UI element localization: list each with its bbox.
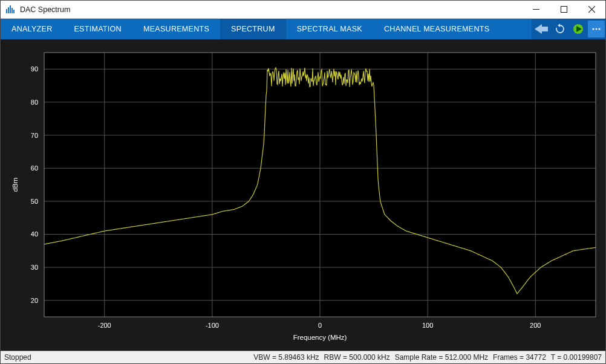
- svg-text:90: 90: [31, 65, 38, 73]
- svg-rect-6: [561, 7, 567, 13]
- status-frames: Frames = 34772: [493, 353, 546, 362]
- svg-marker-10: [558, 24, 560, 27]
- svg-text:-200: -200: [98, 322, 111, 329]
- svg-text:-100: -100: [206, 322, 219, 329]
- svg-text:30: 30: [31, 264, 38, 271]
- status-state: Stopped: [4, 353, 31, 362]
- svg-rect-3: [11, 8, 13, 13]
- svg-rect-0: [6, 9, 7, 13]
- tab-channel-measurements[interactable]: CHANNEL MEASUREMENTS: [373, 19, 500, 39]
- maximize-button[interactable]: [550, 1, 578, 18]
- close-button[interactable]: [578, 1, 605, 18]
- svg-rect-2: [10, 5, 11, 13]
- tab-measurements[interactable]: MEASUREMENTS: [132, 19, 220, 39]
- svg-text:40: 40: [31, 231, 38, 238]
- svg-text:20: 20: [31, 297, 38, 304]
- window-title: DAC Spectrum: [20, 5, 522, 14]
- plot-area[interactable]: -200-10001002002030405060708090Frequency…: [1, 39, 605, 351]
- svg-text:60: 60: [31, 164, 38, 172]
- titlebar: DAC Spectrum: [1, 1, 605, 19]
- back-button[interactable]: [532, 24, 551, 34]
- svg-point-15: [599, 28, 601, 30]
- svg-rect-1: [8, 7, 9, 13]
- svg-text:50: 50: [31, 198, 38, 205]
- more-button[interactable]: [588, 21, 605, 37]
- tab-estimation[interactable]: ESTIMATION: [63, 19, 132, 39]
- svg-text:70: 70: [31, 132, 38, 139]
- status-vbw: VBW = 5.89463 kHz: [253, 353, 319, 362]
- svg-text:200: 200: [530, 322, 541, 329]
- reset-icon[interactable]: [552, 21, 569, 37]
- menubar-spacer: [500, 19, 532, 39]
- svg-text:0: 0: [318, 322, 322, 329]
- tab-analyzer[interactable]: ANALYZER: [1, 19, 63, 39]
- menubar: ANALYZER ESTIMATION MEASUREMENTS SPECTRU…: [1, 19, 605, 39]
- svg-text:dBm: dBm: [11, 178, 19, 192]
- tab-spectrum[interactable]: SPECTRUM: [220, 19, 286, 39]
- svg-text:80: 80: [31, 99, 38, 106]
- status-sample-rate: Sample Rate = 512.000 MHz: [395, 353, 488, 362]
- statusbar: Stopped VBW = 5.89463 kHz RBW = 500.000 …: [1, 351, 605, 363]
- svg-rect-4: [13, 10, 15, 13]
- tab-spectral-mask[interactable]: SPECTRAL MASK: [286, 19, 373, 39]
- svg-text:Frequency (MHz): Frequency (MHz): [293, 334, 347, 341]
- minimize-button[interactable]: [522, 1, 550, 18]
- play-button[interactable]: [570, 21, 587, 37]
- svg-text:100: 100: [422, 322, 433, 329]
- svg-marker-9: [535, 24, 548, 34]
- status-time: T = 0.00199807: [551, 353, 602, 362]
- status-rbw: RBW = 500.000 kHz: [324, 353, 390, 362]
- svg-point-13: [593, 28, 595, 30]
- svg-point-14: [596, 28, 598, 30]
- app-icon: [5, 5, 15, 15]
